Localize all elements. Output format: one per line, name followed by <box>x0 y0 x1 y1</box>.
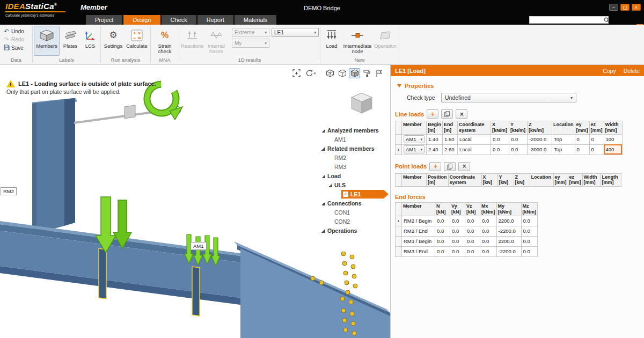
load-case-dropdown[interactable]: LE1▾ <box>272 28 319 37</box>
tree-item-rm2[interactable]: RM2 <box>328 153 390 162</box>
table-cell[interactable]: 2200.0 <box>496 216 521 226</box>
table-cell[interactable]: 0 <box>589 134 604 144</box>
table-cell[interactable]: AM1▾ <box>402 144 427 155</box>
table-cell[interactable]: AM1▾ <box>402 134 427 144</box>
row-selector-cell[interactable] <box>396 236 402 246</box>
table-cell[interactable]: RM2 / End <box>402 226 435 236</box>
delete-line-load-button[interactable]: × <box>456 109 467 119</box>
table-cell[interactable]: 0 <box>575 134 589 144</box>
member-dropdown[interactable]: AM1▾ <box>404 145 425 153</box>
row-selector-cell[interactable]: › <box>396 144 402 155</box>
tree-item-load[interactable]: Load <box>321 172 390 180</box>
table-cell[interactable]: 0.0 <box>465 226 480 236</box>
tree-item-am1[interactable]: AM1 <box>328 135 390 144</box>
tree-item-con1[interactable]: CON1 <box>328 208 390 217</box>
tree-expander-icon[interactable] <box>321 174 325 178</box>
table-cell[interactable]: 0.0 <box>465 216 480 226</box>
search-input[interactable] <box>530 17 604 23</box>
table-cell[interactable]: RM3 / Begin <box>402 236 435 246</box>
table-cell[interactable]: -2200.0 <box>496 226 521 236</box>
fit-view-button[interactable] <box>291 68 302 78</box>
tab-report[interactable]: Report <box>197 15 233 25</box>
table-cell[interactable]: 0 <box>589 144 604 155</box>
redo-button[interactable]: ↷Redo <box>3 36 24 42</box>
table-cell[interactable]: Local <box>458 134 491 144</box>
settings-button[interactable]: ⚙ Settings <box>102 26 125 56</box>
solid-view-button[interactable] <box>349 68 360 78</box>
table-cell[interactable]: 0.0 <box>491 144 509 155</box>
table-cell[interactable]: RM2 / Begin <box>402 216 435 226</box>
table-cell[interactable]: 0.0 <box>450 216 465 226</box>
table-cell[interactable]: 0.0 <box>480 216 497 226</box>
table-cell[interactable]: -2000.0 <box>528 134 552 144</box>
tree-expander-icon[interactable] <box>321 202 325 205</box>
member-label-rm2[interactable]: RM2 <box>1 187 17 195</box>
tab-materials[interactable]: Materials <box>235 15 277 25</box>
tree-expander-icon[interactable] <box>328 183 332 187</box>
table-cell[interactable]: 1.60 <box>443 134 458 144</box>
table-cell[interactable]: 2.60 <box>443 144 458 155</box>
save-button[interactable]: Save <box>3 45 24 52</box>
members-toggle-button[interactable]: Members <box>34 26 60 56</box>
table-cell[interactable]: 0 <box>575 144 589 155</box>
table-cell[interactable]: 0.0 <box>450 246 465 256</box>
close-button[interactable]: × <box>632 4 641 11</box>
table-cell[interactable]: 2200.0 <box>496 236 521 246</box>
table-cell[interactable]: 2.40 <box>427 144 443 155</box>
tree-expander-icon[interactable] <box>321 229 325 233</box>
tree-item-le1[interactable]: ✓LE1 <box>335 190 390 199</box>
table-cell[interactable]: 0.0 <box>450 226 465 236</box>
table-cell[interactable]: 0.0 <box>435 246 450 256</box>
table-cell[interactable]: 0.0 <box>521 226 538 236</box>
new-load-button[interactable]: Load <box>321 26 342 56</box>
table-cell[interactable]: 0.0 <box>480 246 497 256</box>
copy-line-load-button[interactable] <box>441 109 453 119</box>
table-cell[interactable]: 0.0 <box>465 246 480 256</box>
viewport-3d[interactable]: LE1 - Loading surface is outside of plat… <box>0 65 390 338</box>
table-cell[interactable]: Top <box>552 144 575 155</box>
component-dropdown[interactable]: My▾ <box>232 39 269 48</box>
tree-expander-icon[interactable] <box>321 129 325 133</box>
table-cell[interactable]: 0.0 <box>435 236 450 246</box>
tab-design[interactable]: Design <box>123 15 160 25</box>
tree-item-uls[interactable]: ULS <box>328 181 390 189</box>
table-cell[interactable]: 0.0 <box>450 236 465 246</box>
properties-section-header[interactable]: Properties <box>397 83 640 89</box>
strain-check-button[interactable]: % Strain check <box>152 26 178 56</box>
member-dropdown[interactable]: AM1▾ <box>404 135 425 143</box>
calculate-button[interactable]: +×−= Calculate <box>125 26 149 56</box>
table-cell[interactable]: 0.0 <box>521 246 538 256</box>
copy-button[interactable]: Copy <box>603 68 616 74</box>
tree-item-con2[interactable]: CON2 <box>328 217 390 226</box>
tree-item-related-members[interactable]: Related members <box>321 144 390 153</box>
reactions-button[interactable]: Reactions <box>180 26 204 56</box>
tree-expander-icon[interactable] <box>321 147 325 151</box>
table-cell[interactable]: 0.0 <box>480 226 497 236</box>
plates-toggle-button[interactable]: Plates <box>60 26 81 56</box>
table-cell[interactable]: 0.0 <box>435 226 450 236</box>
table-cell[interactable]: -3000.0 <box>528 144 552 155</box>
check-type-dropdown[interactable]: Undefined▾ <box>441 93 576 102</box>
delete-point-load-button[interactable]: × <box>458 162 470 171</box>
table-cell[interactable]: 0.0 <box>465 236 480 246</box>
table-cell[interactable]: 400 <box>604 144 622 155</box>
table-cell[interactable]: 100 <box>604 134 622 144</box>
tab-check[interactable]: Check <box>162 15 196 25</box>
table-cell[interactable]: -2200.0 <box>496 246 521 256</box>
labels-view-button[interactable] <box>374 68 385 78</box>
table-cell[interactable]: 0.0 <box>509 134 528 144</box>
load-case-checkbox[interactable]: ✓ <box>343 192 348 197</box>
row-selector-cell[interactable] <box>396 226 402 236</box>
new-operation-button[interactable]: Operation <box>373 26 398 56</box>
table-cell[interactable]: 0.0 <box>435 216 450 226</box>
add-line-load-button[interactable]: + <box>427 109 438 119</box>
table-cell[interactable]: Local <box>458 144 491 155</box>
search-box[interactable] <box>529 16 609 24</box>
maximize-button[interactable]: ▢ <box>620 4 630 11</box>
lcs-toggle-button[interactable]: LCS <box>81 26 99 56</box>
table-cell[interactable]: RM3 / End <box>402 246 435 256</box>
view-cube[interactable] <box>349 91 374 117</box>
table-cell[interactable]: 0.0 <box>491 134 509 144</box>
minimize-button[interactable]: – <box>609 4 618 11</box>
table-cell[interactable]: 0.0 <box>480 236 497 246</box>
